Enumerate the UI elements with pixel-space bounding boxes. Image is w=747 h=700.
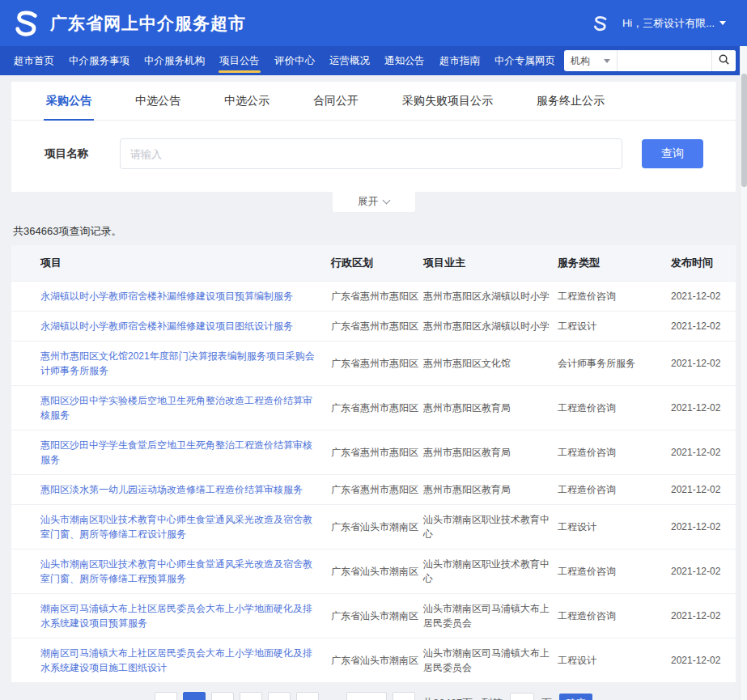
project-link[interactable]: 汕头市潮南区职业技术教育中心师生食堂通风采光改造及宿舍教室门窗、厕所等修缮工程设…: [40, 512, 326, 541]
goto-confirm-button[interactable]: 确定: [559, 694, 592, 700]
page-button[interactable]: 1: [183, 692, 206, 700]
tab-item[interactable]: 采购失败项目公示: [380, 82, 515, 120]
cell-service: 工程设计: [558, 312, 671, 342]
filter-card: 采购公告中选公告中选公示合同公开采购失败项目公示服务终止公示 项目名称 查询: [11, 82, 736, 192]
project-link[interactable]: 惠州市惠阳区文化馆2021年度部门决算报表编制服务项目采购会计师事务所服务: [40, 349, 326, 378]
search-category-value: 机构: [571, 54, 590, 68]
cell-region: 广东省汕头市潮南区: [331, 638, 423, 683]
goto-suffix-label: 页: [541, 696, 552, 700]
tab-item[interactable]: 中选公示: [202, 82, 291, 120]
cell-owner: 汕头市潮南区职业技术教育中心: [423, 549, 558, 594]
page-button[interactable]: 4: [268, 692, 291, 700]
goto-page-input[interactable]: [510, 693, 534, 700]
table-row: 惠州市惠阳区文化馆2021年度部门决算报表编制服务项目采购会计师事务所服务 广东…: [11, 342, 736, 386]
cell-region: 广东省汕头市潮南区: [331, 594, 423, 638]
cell-region: 广东省汕头市潮南区: [331, 505, 423, 549]
page-button[interactable]: 36467: [346, 692, 387, 700]
nav-item[interactable]: 中介服务机构: [137, 46, 212, 75]
nav-item[interactable]: 通知公告: [377, 46, 432, 75]
nav-search-group: 机构: [564, 50, 736, 71]
cell-owner: 惠州市惠阳区教育局: [423, 475, 558, 505]
nav-item[interactable]: 运营概况: [322, 46, 377, 75]
scrollbar[interactable]: [740, 46, 747, 700]
project-link[interactable]: 永湖镇以时小学教师宿舍楼补漏维修建设项目图纸设计服务: [40, 319, 326, 333]
project-link[interactable]: 惠阳区沙田中学学生食堂后空地卫生死角整治工程造价结算审核服务: [40, 438, 326, 467]
cell-service: 工程设计: [558, 638, 671, 683]
chevron-down-icon: [719, 21, 726, 25]
cell-date: 2021-12-02: [671, 431, 736, 475]
search-icon: [718, 53, 730, 68]
global-search-button[interactable]: [711, 50, 736, 71]
project-link[interactable]: 潮南区司马浦镇大布上社区居民委员会大布上小学地面硬化及排水系统建设项目施工图纸设…: [40, 646, 326, 675]
tab-item[interactable]: 中选公告: [113, 82, 202, 120]
chevron-down-icon: [604, 59, 610, 63]
cell-date: 2021-12-02: [671, 638, 736, 683]
cell-date: 2021-12-02: [671, 342, 736, 386]
page-button[interactable]: 2: [211, 692, 234, 700]
tab-item[interactable]: 服务终止公示: [515, 82, 626, 120]
cell-region: 广东省汕头市潮南区: [331, 549, 423, 594]
total-pages-text: 共36467页: [422, 696, 473, 700]
col-project: 项目: [11, 245, 331, 282]
project-link[interactable]: 惠阳区沙田中学实验楼后空地卫生死角整治改造工程造价结算审核服务: [40, 393, 326, 422]
project-name-label: 项目名称: [45, 146, 120, 161]
result-count: 共364663项查询记录。: [13, 224, 734, 239]
col-region: 行政区划: [331, 245, 423, 282]
cell-service: 工程设计: [558, 505, 671, 549]
table-row: 惠阳区淡水第一幼儿园运动场改造修缮工程造价结算审核服务 广东省惠州市惠阳区 惠州…: [11, 475, 736, 505]
cell-service: 工程造价咨询: [558, 594, 671, 638]
tab-item[interactable]: 采购公告: [24, 82, 113, 120]
table-row: 潮南区司马浦镇大布上社区居民委员会大布上小学地面硬化及排水系统建设项目预算服务 …: [11, 594, 736, 638]
nav-item[interactable]: 中介服务事项: [62, 46, 137, 75]
scrollbar-thumb[interactable]: [741, 74, 747, 187]
project-name-input[interactable]: [120, 138, 622, 169]
page-button[interactable]: 5: [296, 692, 319, 700]
cell-date: 2021-12-02: [671, 282, 736, 312]
chevron-down-icon: [383, 197, 391, 205]
global-search-input[interactable]: [618, 50, 711, 71]
results-table-card: 项目 行政区划 项目业主 服务类型 发布时间 永湖镇以时小学教师宿舍楼补漏维修建…: [11, 245, 736, 682]
user-menu[interactable]: Hi，三桥设计有限...: [592, 15, 726, 32]
page-button[interactable]: 3: [240, 692, 262, 700]
nav-item[interactable]: 超市首页: [6, 46, 62, 75]
project-link[interactable]: 永湖镇以时小学教师宿舍楼补漏维修建设项目预算编制服务: [40, 289, 326, 303]
next-page-button[interactable]: >: [393, 692, 415, 700]
project-link[interactable]: 惠阳区淡水第一幼儿园运动场改造修缮工程造价结算审核服务: [40, 482, 326, 497]
page-root: 广东省网上中介服务超市 Hi，三桥设计有限... 超市首页中介服务事项中介服务机…: [0, 0, 747, 700]
project-link[interactable]: 潮南区司马浦镇大布上社区居民委员会大布上小学地面硬化及排水系统建设项目预算服务: [40, 601, 326, 630]
project-link[interactable]: 汕头市潮南区职业技术教育中心师生食堂通风采光改造及宿舍教室门窗、厕所等修缮工程预…: [40, 557, 326, 586]
cell-service: 工程造价咨询: [558, 549, 671, 594]
user-org-icon: [592, 15, 609, 32]
results-table: 项目 行政区划 项目业主 服务类型 发布时间 永湖镇以时小学教师宿舍楼补漏维修建…: [11, 245, 736, 682]
site-logo-icon: [11, 10, 42, 37]
col-service: 服务类型: [558, 245, 671, 282]
nav-item[interactable]: 评价中心: [267, 46, 322, 75]
cell-owner: 惠州市惠阳区文化馆: [423, 342, 558, 386]
cell-region: 广东省惠州市惠阳区: [331, 431, 423, 475]
cell-date: 2021-12-02: [671, 386, 736, 431]
nav-item[interactable]: 超市指南: [432, 46, 487, 75]
pagination: < 12345...36467 > 共36467页 到第 页 确定: [11, 692, 736, 700]
tabs: 采购公告中选公告中选公示合同公开采购失败项目公示服务终止公示: [11, 82, 736, 121]
table-row: 潮南区司马浦镇大布上社区居民委员会大布上小学地面硬化及排水系统建设项目施工图纸设…: [11, 638, 736, 683]
prev-page-button[interactable]: <: [155, 692, 177, 700]
search-category-select[interactable]: 机构: [564, 50, 618, 71]
nav-item[interactable]: 项目公告: [212, 46, 267, 75]
table-row: 永湖镇以时小学教师宿舍楼补漏维修建设项目图纸设计服务 广东省惠州市惠阳区 惠州市…: [11, 312, 736, 342]
nav-search: 机构: [564, 46, 736, 75]
user-greeting: Hi，三桥设计有限...: [622, 16, 715, 31]
cell-owner: 惠州市惠阳区教育局: [423, 386, 558, 431]
cell-date: 2021-12-02: [671, 475, 736, 505]
cell-owner: 汕头市潮南区职业技术教育中心: [423, 505, 558, 549]
query-button[interactable]: 查询: [642, 139, 703, 168]
tab-item[interactable]: 合同公开: [291, 82, 380, 120]
topbar: 广东省网上中介服务超市 Hi，三桥设计有限...: [0, 0, 747, 46]
site-title: 广东省网上中介服务超市: [50, 12, 246, 35]
nav-item[interactable]: 中介专属网页: [487, 46, 562, 75]
table-row: 汕头市潮南区职业技术教育中心师生食堂通风采光改造及宿舍教室门窗、厕所等修缮工程预…: [11, 549, 736, 594]
cell-region: 广东省惠州市惠阳区: [331, 386, 423, 431]
cell-date: 2021-12-02: [671, 594, 736, 638]
expand-button[interactable]: 展开: [332, 192, 416, 213]
cell-date: 2021-12-02: [671, 505, 736, 549]
cell-region: 广东省惠州市惠阳区: [331, 312, 423, 342]
